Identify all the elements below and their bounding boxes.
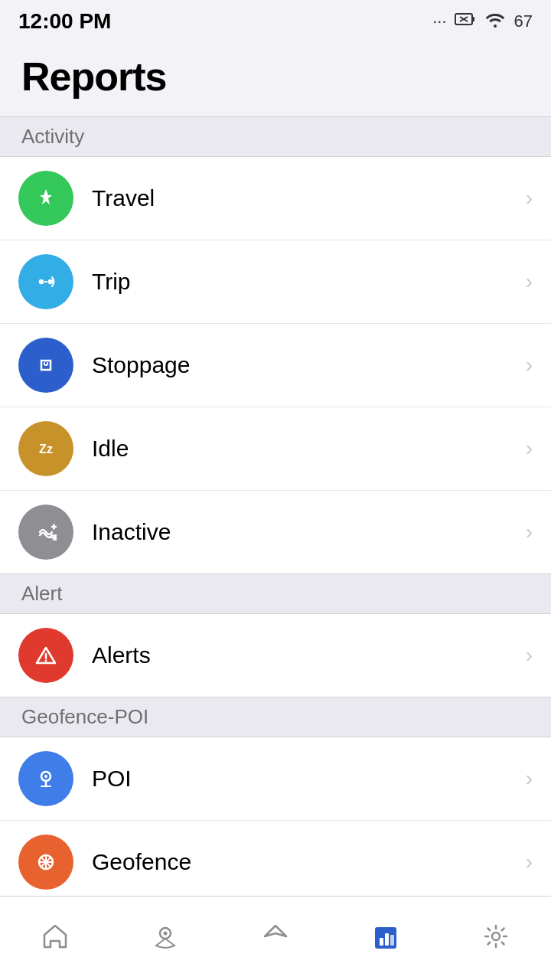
trip-icon (18, 254, 73, 309)
nav-item-settings[interactable] (441, 897, 551, 980)
geofence-chevron: › (526, 850, 533, 874)
inactive-label: Inactive (92, 519, 526, 545)
svg-rect-33 (380, 938, 383, 946)
idle-label: Idle (92, 436, 526, 462)
svg-rect-1 (472, 17, 474, 21)
poi-icon (18, 751, 73, 806)
travel-icon (18, 171, 73, 226)
wifi-icon (484, 11, 507, 32)
navigate-icon (259, 920, 292, 958)
list-item-stoppage[interactable]: Stoppage › (0, 324, 551, 407)
svg-point-20 (45, 660, 47, 662)
inactive-icon (18, 505, 73, 560)
svg-point-31 (164, 931, 168, 935)
geofence-icon (18, 835, 73, 890)
nav-item-reports[interactable] (331, 897, 441, 980)
stoppage-chevron: › (526, 353, 533, 377)
stoppage-label: Stoppage (92, 352, 526, 378)
list-item-inactive[interactable]: Inactive › (0, 491, 551, 573)
poi-chevron: › (526, 766, 533, 791)
svg-rect-35 (390, 935, 394, 946)
battery-x-icon (455, 11, 476, 31)
settings-icon (479, 920, 513, 958)
geofence-poi-list: POI › Geofence › (0, 737, 551, 903)
trip-chevron: › (526, 270, 533, 294)
alert-list: Alerts › (0, 614, 551, 697)
location-icon (148, 920, 182, 958)
idle-chevron: › (526, 436, 533, 461)
section-geofence-poi: Geofence-POI (0, 697, 551, 737)
list-item-trip[interactable]: Trip › (0, 240, 551, 324)
status-time: 12:00 PM (18, 9, 111, 34)
stoppage-icon (18, 338, 73, 393)
poi-label: POI (92, 766, 526, 792)
section-alert: Alert (0, 573, 551, 614)
idle-icon: Zz (18, 421, 73, 476)
svg-point-7 (47, 279, 54, 285)
svg-point-23 (44, 775, 47, 778)
travel-chevron: › (526, 186, 533, 211)
list-item-poi[interactable]: POI › (0, 737, 551, 821)
home-icon (38, 920, 72, 958)
list-item-idle[interactable]: Zz Idle › (0, 407, 551, 491)
list-item-alerts[interactable]: Alerts › (0, 614, 551, 697)
svg-rect-34 (385, 933, 389, 946)
battery-icon: 67 (514, 11, 533, 31)
alerts-chevron: › (526, 643, 533, 668)
travel-label: Travel (92, 185, 526, 211)
dots-icon: ··· (432, 11, 446, 31)
inactive-chevron: › (526, 520, 533, 544)
alerts-label: Alerts (92, 642, 526, 668)
svg-point-21 (31, 763, 61, 794)
nav-item-navigate[interactable] (220, 897, 331, 980)
page-title: Reports (21, 54, 530, 100)
reports-icon (369, 920, 403, 958)
page-header: Reports (0, 40, 551, 116)
svg-point-6 (38, 279, 44, 285)
nav-item-home[interactable] (0, 897, 110, 980)
trip-label: Trip (92, 269, 526, 295)
section-activity: Activity (0, 116, 551, 157)
bottom-nav (0, 896, 551, 980)
list-item-geofence[interactable]: Geofence › (0, 821, 551, 903)
geofence-label: Geofence (92, 849, 526, 875)
activity-list: Travel › Trip › Stoppage › (0, 157, 551, 573)
list-item-travel[interactable]: Travel › (0, 157, 551, 240)
svg-point-36 (492, 933, 500, 940)
status-bar: 12:00 PM ··· 67 (0, 0, 551, 40)
svg-text:Zz: Zz (39, 443, 53, 456)
alerts-icon (18, 628, 73, 683)
nav-item-location[interactable] (110, 897, 220, 980)
status-icons: ··· 67 (432, 11, 533, 32)
